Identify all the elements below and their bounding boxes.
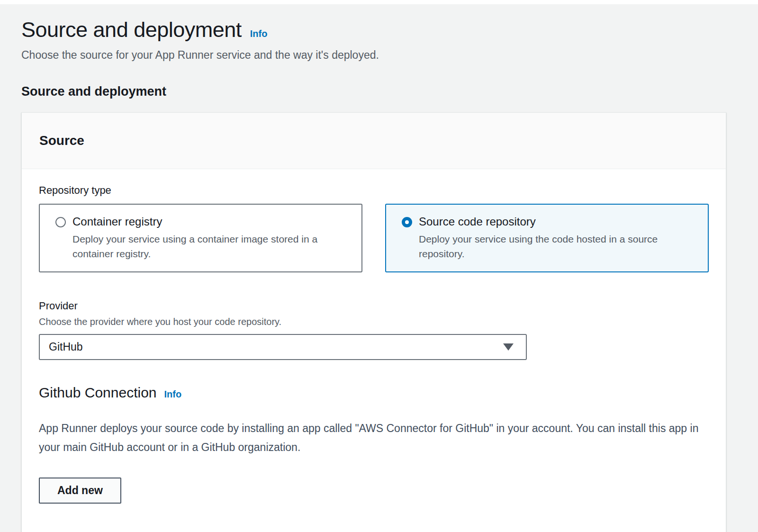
option-label: Source code repository: [419, 215, 684, 228]
option-description: Deploy your service using a container im…: [72, 232, 338, 261]
add-new-button[interactable]: Add new: [39, 478, 121, 504]
source-card: Source Repository type Container registr…: [21, 112, 726, 532]
option-container-registry[interactable]: Container registry Deploy your service u…: [39, 204, 362, 272]
repository-type-label: Repository type: [39, 184, 709, 197]
provider-label: Provider: [39, 300, 709, 312]
radio-unselected-icon[interactable]: [55, 217, 66, 227]
section-heading: Source and deployment: [21, 84, 726, 99]
option-text: Container registry Deploy your service u…: [72, 215, 338, 261]
chevron-down-icon: [503, 343, 514, 351]
option-description: Deploy your service using the code hoste…: [419, 232, 684, 261]
option-label: Container registry: [72, 215, 338, 228]
radio-selected-icon[interactable]: [402, 217, 412, 227]
page-title: Source and deployment: [21, 18, 242, 42]
source-card-header: Source: [22, 113, 726, 169]
source-card-body: Repository type Container registry Deplo…: [22, 169, 726, 532]
repository-type-options: Container registry Deploy your service u…: [39, 204, 709, 272]
github-connection-body: App Runner deploys your source code by i…: [39, 419, 700, 457]
provider-select-value: GitHub: [49, 341, 83, 353]
provider-description: Choose the provider where you host your …: [39, 316, 709, 327]
page-subtitle: Choose the source for your App Runner se…: [21, 49, 726, 62]
github-connection-info-link[interactable]: Info: [164, 389, 182, 400]
main-content: Source and deployment Info Choose the so…: [0, 18, 758, 532]
page-title-info-link[interactable]: Info: [250, 28, 268, 39]
top-white-strip: [0, 0, 758, 4]
provider-select[interactable]: GitHub: [39, 334, 527, 360]
github-connection-header: Github Connection Info: [39, 385, 709, 401]
option-text: Source code repository Deploy your servi…: [419, 215, 684, 261]
page-header: Source and deployment Info: [21, 18, 726, 42]
source-card-title: Source: [39, 133, 84, 148]
github-connection-heading: Github Connection: [39, 385, 157, 401]
option-source-code-repository[interactable]: Source code repository Deploy your servi…: [385, 204, 709, 272]
